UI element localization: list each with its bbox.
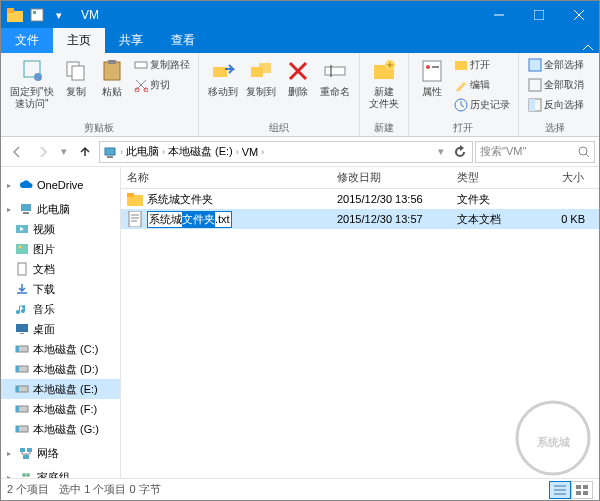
- rename-button[interactable]: 重命名: [317, 55, 353, 100]
- breadcrumb-crumb[interactable]: 本地磁盘 (E:): [167, 144, 234, 159]
- sidebar-item[interactable]: 本地磁盘 (D:): [1, 359, 120, 379]
- history-button[interactable]: 历史记录: [451, 95, 512, 115]
- disk-icon: [15, 382, 29, 396]
- ribbon-group-organize: 移动到 复制到 删除 重命名 组织: [199, 53, 360, 136]
- open-icon: [453, 57, 469, 73]
- copyto-button[interactable]: 复制到: [243, 55, 279, 100]
- search-input[interactable]: 搜索"VM": [475, 141, 595, 163]
- svg-point-9: [34, 73, 42, 81]
- refresh-button[interactable]: [450, 140, 470, 164]
- details-view-button[interactable]: [549, 481, 571, 499]
- col-date[interactable]: 修改日期: [331, 170, 451, 185]
- history-icon: [453, 97, 469, 113]
- sidebar-item[interactable]: ▸OneDrive: [1, 175, 120, 195]
- sidebar-item-label: 下载: [33, 282, 55, 297]
- pin-quickaccess-button[interactable]: 固定到"快 速访问": [7, 55, 57, 112]
- col-type[interactable]: 类型: [451, 170, 531, 185]
- tab-file[interactable]: 文件: [1, 28, 53, 53]
- close-button[interactable]: [559, 1, 599, 29]
- breadcrumb-crumb[interactable]: VM: [241, 146, 260, 158]
- icons-view-button[interactable]: [571, 481, 593, 499]
- file-row[interactable]: 系统城文件夹2015/12/30 13:56文件夹: [121, 189, 599, 209]
- selectall-icon: [527, 57, 543, 73]
- sidebar-item[interactable]: 视频: [1, 219, 120, 239]
- back-button[interactable]: [5, 140, 29, 164]
- tab-share[interactable]: 共享: [105, 28, 157, 53]
- copy-path-button[interactable]: 复制路径: [131, 55, 192, 75]
- rename-input[interactable]: 系统城文件夹.txt: [147, 211, 232, 228]
- svg-rect-58: [23, 455, 29, 459]
- chevron-right-icon[interactable]: ›: [118, 147, 125, 157]
- svg-rect-53: [16, 406, 19, 412]
- col-name[interactable]: 名称: [121, 170, 331, 185]
- chevron-right-icon[interactable]: ›: [259, 147, 266, 157]
- ribbon-toggle-icon[interactable]: [577, 43, 599, 53]
- select-invert-button[interactable]: 反向选择: [525, 95, 586, 115]
- svg-rect-57: [27, 448, 32, 452]
- disk-icon: [15, 422, 29, 436]
- ribbon-group-label: 选择: [545, 120, 565, 136]
- up-button[interactable]: [73, 140, 97, 164]
- column-headers: 名称 修改日期 类型 大小: [121, 167, 599, 189]
- sidebar-item-label: 音乐: [33, 302, 55, 317]
- col-size[interactable]: 大小: [531, 170, 591, 185]
- breadcrumb-crumb[interactable]: 此电脑: [125, 144, 160, 159]
- sidebar-item[interactable]: 本地磁盘 (C:): [1, 339, 120, 359]
- desktop-icon: [15, 322, 29, 336]
- sidebar-item[interactable]: 本地磁盘 (E:): [1, 379, 120, 399]
- status-count: 2 个项目: [7, 482, 49, 497]
- file-type: 文本文档: [451, 212, 531, 227]
- qat-dropdown-icon[interactable]: ▾: [49, 5, 69, 25]
- breadcrumb-dropdown-icon[interactable]: ▾: [432, 140, 450, 164]
- sidebar-item[interactable]: 下载: [1, 279, 120, 299]
- sidebar-item[interactable]: 音乐: [1, 299, 120, 319]
- svg-line-36: [586, 154, 589, 157]
- select-none-button[interactable]: 全部取消: [525, 75, 586, 95]
- svg-point-35: [579, 147, 587, 155]
- qat-properties-icon[interactable]: [27, 5, 47, 25]
- forward-button[interactable]: [31, 140, 55, 164]
- maximize-button[interactable]: [519, 1, 559, 29]
- minimize-button[interactable]: [479, 1, 519, 29]
- sidebar-item[interactable]: 桌面: [1, 319, 120, 339]
- select-all-button[interactable]: 全部选择: [525, 55, 586, 75]
- cut-button[interactable]: 剪切: [131, 75, 192, 95]
- nav-sidebar[interactable]: ▸OneDrive▸此电脑视频图片文档下载音乐桌面本地磁盘 (C:)本地磁盘 (…: [1, 167, 121, 478]
- sidebar-item[interactable]: 本地磁盘 (F:): [1, 399, 120, 419]
- sidebar-item[interactable]: 本地磁盘 (G:): [1, 419, 120, 439]
- file-list-area: 名称 修改日期 类型 大小 系统城文件夹2015/12/30 13:56文件夹系…: [121, 167, 599, 478]
- copy-button[interactable]: 复制: [59, 55, 93, 100]
- window-controls: [479, 1, 599, 29]
- open-button[interactable]: 打开: [451, 55, 512, 75]
- svg-rect-27: [455, 61, 467, 70]
- file-row[interactable]: 系统城文件夹.txt2015/12/30 13:57文本文档0 KB: [121, 209, 599, 229]
- properties-button[interactable]: 属性: [415, 55, 449, 100]
- sidebar-item[interactable]: ▸网络: [1, 443, 120, 463]
- recent-dropdown-icon[interactable]: ▾: [57, 140, 71, 164]
- chevron-right-icon[interactable]: ›: [234, 147, 241, 157]
- sidebar-item-label: 家庭组: [37, 470, 70, 479]
- paste-button[interactable]: 粘贴: [95, 55, 129, 100]
- sidebar-item[interactable]: ▸此电脑: [1, 199, 120, 219]
- new-folder-button[interactable]: 新建 文件夹: [366, 55, 402, 112]
- sidebar-item[interactable]: 文档: [1, 259, 120, 279]
- tab-home[interactable]: 主页: [53, 28, 105, 53]
- chevron-right-icon[interactable]: ›: [160, 147, 167, 157]
- pin-icon: [18, 57, 46, 85]
- breadcrumb-pc-icon[interactable]: [102, 145, 118, 159]
- sidebar-item[interactable]: 图片: [1, 239, 120, 259]
- edit-button[interactable]: 编辑: [451, 75, 512, 95]
- breadcrumb[interactable]: › 此电脑 › 本地磁盘 (E:) › VM › ▾: [99, 141, 473, 163]
- tab-view[interactable]: 查看: [157, 28, 209, 53]
- sidebar-item-label: 本地磁盘 (F:): [33, 402, 97, 417]
- sidebar-item-label: 文档: [33, 262, 55, 277]
- edit-icon: [453, 77, 469, 93]
- moveto-button[interactable]: 移动到: [205, 55, 241, 100]
- copyto-icon: [247, 57, 275, 85]
- file-rows[interactable]: 系统城文件夹2015/12/30 13:56文件夹系统城文件夹.txt2015/…: [121, 189, 599, 478]
- sidebar-item[interactable]: ▸家庭组: [1, 467, 120, 478]
- ribbon-tabs: 文件 主页 共享 查看: [1, 29, 599, 53]
- delete-button[interactable]: 删除: [281, 55, 315, 100]
- network-icon: [19, 446, 33, 460]
- sidebar-item-label: OneDrive: [37, 179, 83, 191]
